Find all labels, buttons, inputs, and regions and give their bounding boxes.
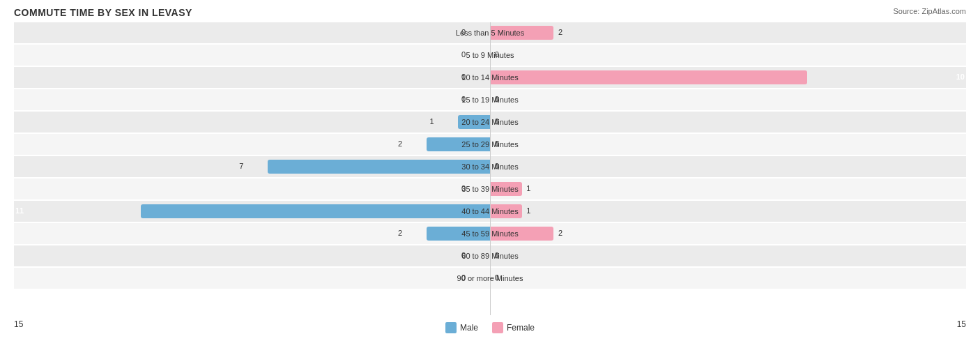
male-bar [427, 137, 490, 151]
male-value: 0 [461, 251, 466, 259]
male-value: 1 [429, 117, 434, 126]
male-value: 0 [461, 73, 466, 81]
chart-area: Less than 5 Minutes025 to 9 Minutes0010 … [14, 22, 966, 315]
female-value: 0 [495, 117, 499, 126]
female-value: 0 [495, 251, 499, 259]
source-label: Source: ZipAtlas.com [893, 7, 966, 15]
male-bar [141, 204, 490, 218]
male-bar [268, 160, 490, 174]
female-bar [490, 227, 553, 241]
female-value: 2 [558, 28, 562, 36]
chart-title: COMMUTE TIME BY SEX IN LEVASY [14, 7, 966, 18]
male-value: 7 [239, 162, 243, 170]
female-value: 1 [526, 184, 530, 192]
axis-left-label: 15 [14, 319, 23, 333]
axis-labels: 15 Male Female 15 [14, 319, 966, 333]
legend-male-box [445, 322, 457, 333]
female-bar [490, 70, 807, 84]
legend-male: Male [445, 322, 478, 333]
legend: Male Female [445, 322, 535, 333]
chart-container: COMMUTE TIME BY SEX IN LEVASY Source: Zi… [0, 0, 980, 364]
male-bar [427, 227, 490, 241]
legend-male-label: Male [460, 323, 478, 333]
female-value: 10 [956, 73, 965, 81]
female-bar [490, 182, 522, 196]
male-value: 11 [15, 206, 24, 215]
female-bar [490, 26, 553, 40]
female-value: 2 [558, 229, 562, 237]
female-value: 0 [495, 139, 499, 148]
male-value: 2 [398, 139, 402, 148]
female-value: 0 [495, 162, 499, 170]
female-bar [490, 204, 522, 218]
male-value: 0 [461, 273, 466, 282]
male-value: 0 [461, 50, 466, 59]
male-value: 2 [398, 229, 402, 237]
male-value: 0 [461, 95, 466, 103]
female-value: 0 [495, 50, 499, 59]
male-value: 0 [461, 28, 466, 36]
legend-female-box [492, 322, 503, 333]
male-bar [458, 115, 490, 129]
legend-female: Female [492, 322, 535, 333]
female-value: 0 [495, 273, 499, 282]
axis-right-label: 15 [957, 319, 966, 333]
male-value: 0 [461, 184, 466, 192]
female-value: 1 [526, 206, 530, 215]
axis-line [490, 22, 491, 315]
female-value: 0 [495, 95, 499, 103]
legend-female-label: Female [507, 323, 535, 333]
